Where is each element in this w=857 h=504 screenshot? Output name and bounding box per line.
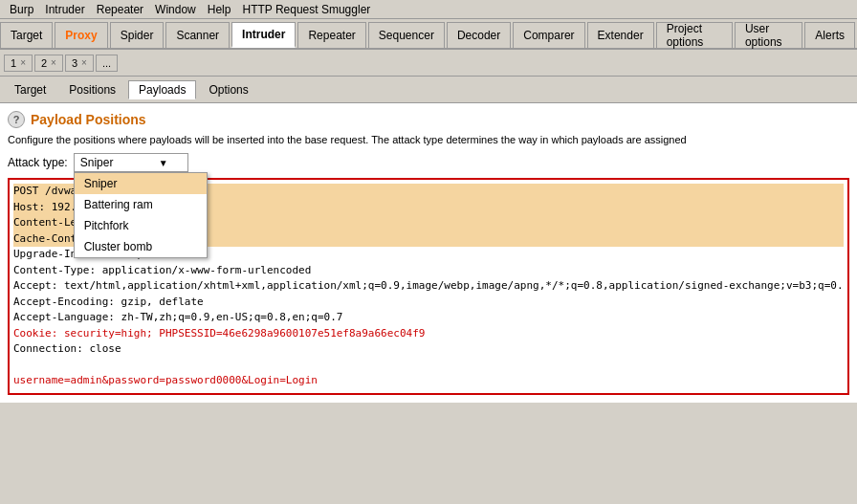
post-data-line: username=admin&password=password0000&Log…	[13, 374, 318, 386]
req-line-9: Cookie: security=high; PHPSESSID=46e6298…	[13, 326, 844, 342]
attack-type-label: Attack type:	[8, 156, 68, 169]
tab-scanner[interactable]: Scanner	[165, 22, 230, 48]
num-tab-3-label: 3	[72, 57, 77, 69]
main-content: ? Payload Positions Configure the positi…	[0, 103, 857, 403]
req-line-8: Accept-Language: zh-TW,zh;q=0.9,en-US;q=…	[13, 310, 844, 326]
req-line-6: Accept: text/html,application/xhtml+xml,…	[13, 278, 844, 295]
sub-tab-target[interactable]: Target	[4, 80, 56, 99]
tab-intruder[interactable]: Intruder	[231, 22, 296, 48]
tab-extender[interactable]: Extender	[587, 22, 654, 48]
number-tab-bar: 1 × 2 × 3 × ...	[0, 50, 857, 77]
num-tab-2-close[interactable]: ×	[51, 57, 56, 68]
sub-tab-bar: Target Positions Payloads Options	[0, 77, 857, 103]
tab-proxy[interactable]: Proxy	[55, 22, 107, 48]
help-icon[interactable]: ?	[8, 111, 25, 128]
menu-burp[interactable]: Burp	[4, 2, 39, 17]
tab-project-options[interactable]: Project options	[656, 22, 733, 48]
num-tab-2-label: 2	[41, 57, 47, 69]
num-tab-3[interactable]: 3 ×	[65, 55, 94, 72]
menu-repeater[interactable]: Repeater	[91, 2, 149, 17]
num-tab-1-close[interactable]: ×	[20, 57, 26, 68]
attack-type-row: Attack type: Sniper ▼ Sniper Battering r…	[8, 153, 849, 172]
title-row: ? Payload Positions	[8, 111, 849, 128]
num-tab-1-label: 1	[11, 57, 16, 69]
tab-sequencer[interactable]: Sequencer	[368, 22, 445, 48]
req-line-7: Accept-Encoding: gzip, deflate	[13, 295, 844, 311]
sub-tab-positions[interactable]: Positions	[58, 80, 126, 99]
option-pitchfork[interactable]: Pitchfork	[75, 215, 207, 236]
description-text: Configure the positions where payloads w…	[8, 134, 849, 145]
option-battering-ram[interactable]: Battering ram	[75, 194, 207, 215]
tab-alerts[interactable]: Alerts	[804, 22, 855, 48]
attack-type-value: Sniper	[80, 156, 114, 169]
attack-type-select[interactable]: Sniper ▼	[74, 153, 188, 172]
req-line-11	[13, 358, 844, 374]
num-tab-3-close[interactable]: ×	[81, 57, 87, 68]
tab-spider[interactable]: Spider	[110, 22, 165, 48]
section-title: Payload Positions	[31, 112, 146, 127]
tab-user-options[interactable]: User options	[735, 22, 802, 48]
menu-help[interactable]: Help	[202, 2, 237, 17]
attack-type-menu: Sniper Battering ram Pitchfork Cluster b…	[74, 172, 208, 258]
attack-type-dropdown-container: Sniper ▼ Sniper Battering ram Pitchfork …	[74, 153, 188, 172]
menu-bar: Burp Intruder Repeater Window Help HTTP …	[0, 0, 857, 19]
tab-decoder[interactable]: Decoder	[447, 22, 511, 48]
tab-target[interactable]: Target	[0, 22, 53, 48]
sub-tab-options[interactable]: Options	[198, 80, 258, 99]
num-tab-2[interactable]: 2 ×	[34, 55, 63, 72]
menu-http-smuggler[interactable]: HTTP Request Smuggler	[236, 2, 376, 17]
option-cluster-bomb[interactable]: Cluster bomb	[75, 236, 207, 257]
sub-tab-payloads[interactable]: Payloads	[128, 80, 196, 99]
tab-comparer[interactable]: Comparer	[513, 22, 584, 48]
cookie-line: Cookie: security=high; PHPSESSID=46e6298…	[13, 327, 425, 340]
req-line-12: username=admin&password=password0000&Log…	[13, 373, 844, 389]
num-tab-more[interactable]: ...	[96, 55, 118, 72]
req-line-10: Connection: close	[13, 341, 844, 358]
req-line-5: Content-Type: application/x-www-form-url…	[13, 263, 844, 279]
tab-repeater[interactable]: Repeater	[297, 22, 365, 48]
dropdown-arrow-icon: ▼	[159, 158, 168, 168]
num-tab-1[interactable]: 1 ×	[4, 55, 33, 72]
top-tab-bar: Target Proxy Spider Scanner Intruder Rep…	[0, 19, 857, 50]
menu-window[interactable]: Window	[149, 2, 202, 17]
option-sniper[interactable]: Sniper	[75, 173, 207, 194]
menu-intruder[interactable]: Intruder	[39, 2, 90, 17]
